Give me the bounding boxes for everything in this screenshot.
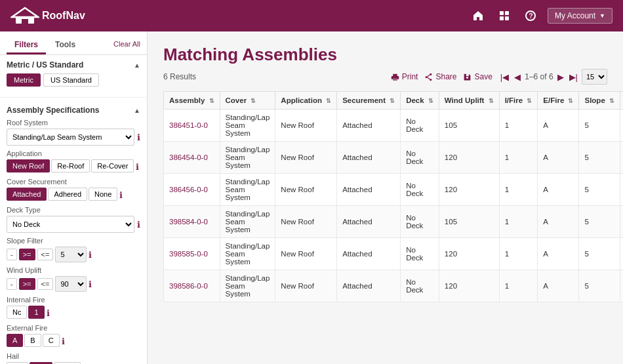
col-i-fire[interactable]: I/Fire ⇅: [499, 92, 538, 110]
wind-lte-btn[interactable]: <=: [37, 278, 54, 290]
home-icon-btn[interactable]: [469, 7, 487, 25]
table-header-row: Assembly ⇅ Cover ⇅ Application ⇅ Securem…: [164, 92, 624, 110]
assembly-link[interactable]: 398586-0-0: [169, 282, 208, 290]
roof-system-info-icon[interactable]: ℹ: [137, 132, 140, 142]
print-button[interactable]: Print: [391, 72, 418, 81]
table-row: 386456-0-0 Standing/Lap Seam System New …: [164, 174, 624, 206]
cell-assembly[interactable]: 386454-0-0: [164, 142, 220, 174]
cell-cover: Standing/Lap Seam System: [220, 238, 275, 270]
col-cover[interactable]: Cover ⇅: [220, 92, 275, 110]
share-icon: [424, 73, 433, 81]
metric-button[interactable]: Metric: [7, 73, 41, 87]
deck-type-label: Deck Type: [7, 206, 140, 214]
external-fire-label: External Fire: [7, 324, 140, 332]
slope-lte-btn[interactable]: <=: [37, 249, 54, 260]
cell-wind-uplift: 120: [439, 238, 499, 270]
wind-gte-btn[interactable]: >=: [19, 278, 35, 290]
roof-system-select[interactable]: Standing/Lap Seam System: [7, 129, 134, 146]
wind-value-select[interactable]: 90: [55, 276, 87, 292]
cell-assembly[interactable]: 398584-0-0: [164, 206, 220, 238]
table-row: 398584-0-0 Standing/Lap Seam System New …: [164, 206, 624, 238]
assembly-link[interactable]: 398584-0-0: [169, 218, 208, 226]
wind-info-icon[interactable]: ℹ: [89, 279, 92, 289]
cell-wind-uplift: 120: [439, 174, 499, 206]
page-last-btn[interactable]: ▶|: [568, 72, 579, 82]
assembly-link[interactable]: 386454-0-0: [169, 153, 208, 161]
page-first-btn[interactable]: |◀: [499, 72, 510, 82]
deck-type-info-icon[interactable]: ℹ: [137, 220, 140, 230]
cell-cover: Standing/Lap Seam System: [220, 110, 275, 142]
app-re-roof-btn[interactable]: Re-Roof: [51, 159, 90, 172]
wind-uplift-label: Wind Uplift: [7, 266, 140, 274]
cell-assembly[interactable]: 398585-0-0: [164, 238, 220, 270]
cell-hail: MH: [620, 206, 624, 238]
cell-slope: 5: [579, 270, 620, 302]
help-icon-btn[interactable]: ?: [521, 7, 540, 25]
wind-minus-btn[interactable]: -: [7, 278, 17, 290]
assembly-link[interactable]: 386451-0-0: [169, 121, 208, 129]
assembly-link[interactable]: 398585-0-0: [169, 250, 208, 258]
share-button[interactable]: Share: [424, 72, 456, 81]
app-new-roof-btn[interactable]: New Roof: [7, 159, 50, 172]
col-securement[interactable]: Securement ⇅: [337, 92, 401, 110]
cell-assembly[interactable]: 386456-0-0: [164, 174, 220, 206]
save-button[interactable]: Save: [463, 72, 492, 81]
cell-cover: Standing/Lap Seam System: [220, 206, 275, 238]
page-next-btn[interactable]: ▶: [556, 72, 565, 82]
cell-wind-uplift: 105: [439, 206, 499, 238]
sidebar-tab-group: Filters Tools: [7, 37, 83, 54]
application-info-icon[interactable]: ℹ: [136, 162, 139, 172]
roof-system-field: Standing/Lap Seam System ℹ: [7, 129, 140, 146]
page-title: Matching Assemblies: [163, 45, 607, 65]
sec-adhered-btn[interactable]: Adhered: [48, 188, 87, 201]
my-account-button[interactable]: My Account ▼: [548, 8, 613, 24]
us-standard-button[interactable]: US Standard: [43, 73, 99, 87]
application-label: Application: [7, 150, 140, 157]
app-re-cover-btn[interactable]: Re-Cover: [91, 159, 134, 172]
clear-all-button[interactable]: Clear All: [113, 40, 140, 52]
int-fire-1-btn[interactable]: 1: [28, 306, 44, 319]
slope-minus-btn[interactable]: -: [7, 249, 17, 260]
deck-type-select[interactable]: No Deck: [7, 216, 134, 233]
home-icon: [472, 10, 484, 22]
slope-value-select[interactable]: 5: [55, 247, 87, 262]
metric-section-label: Metric / US Standard: [7, 60, 83, 70]
col-e-fire[interactable]: E/Fire ⇅: [538, 92, 579, 110]
tab-tools[interactable]: Tools: [47, 37, 83, 54]
grid-icon-btn[interactable]: [495, 7, 513, 25]
table-row: 398585-0-0 Standing/Lap Seam System New …: [164, 238, 624, 270]
print-label: Print: [402, 72, 418, 81]
col-hail[interactable]: Hail ⇅: [620, 92, 624, 110]
assembly-link[interactable]: 386456-0-0: [169, 186, 208, 193]
col-slope[interactable]: Slope ⇅: [579, 92, 620, 110]
ext-fire-c-btn[interactable]: C: [43, 334, 60, 347]
col-deck[interactable]: Deck ⇅: [401, 92, 439, 110]
tab-filters[interactable]: Filters: [7, 37, 46, 54]
ext-fire-b-btn[interactable]: B: [24, 334, 41, 347]
external-fire-info-icon[interactable]: ℹ: [62, 336, 65, 346]
cell-e-fire: A: [538, 142, 579, 174]
sec-attached-btn[interactable]: Attached: [7, 188, 47, 201]
ext-fire-a-btn[interactable]: A: [7, 334, 23, 347]
slope-gte-btn[interactable]: >=: [19, 249, 35, 260]
cell-i-fire: 1: [499, 206, 538, 238]
sort-icon-i-fire: ⇅: [527, 98, 532, 104]
col-assembly[interactable]: Assembly ⇅: [164, 92, 220, 110]
int-fire-nc-btn[interactable]: Nc: [7, 306, 27, 319]
cell-slope: 5: [579, 110, 620, 142]
slope-filter-row: - >= <= 5: [7, 247, 87, 262]
results-actions: Print Share Save |◀ ◀ 1–6 of 6 ▶ ▶|: [391, 69, 607, 85]
cell-assembly[interactable]: 386451-0-0: [164, 110, 220, 142]
col-application[interactable]: Application ⇅: [275, 92, 337, 110]
internal-fire-info-icon[interactable]: ℹ: [47, 308, 50, 318]
cover-securement-info-icon[interactable]: ℹ: [119, 190, 123, 200]
page-prev-btn[interactable]: ◀: [513, 72, 522, 82]
sec-none-btn[interactable]: None: [89, 188, 117, 201]
assembly-specs-section: Assembly Specifications ▲ Roof System St…: [0, 100, 147, 364]
cell-assembly[interactable]: 398586-0-0: [164, 270, 220, 302]
slope-info-icon[interactable]: ℹ: [89, 250, 92, 260]
col-wind-uplift[interactable]: Wind Uplift ⇅: [439, 92, 499, 110]
page-size-select[interactable]: 15: [582, 69, 607, 85]
table-row: 398586-0-0 Standing/Lap Seam System New …: [164, 270, 624, 302]
application-btn-group: New Roof Re-Roof Re-Cover: [7, 159, 134, 172]
